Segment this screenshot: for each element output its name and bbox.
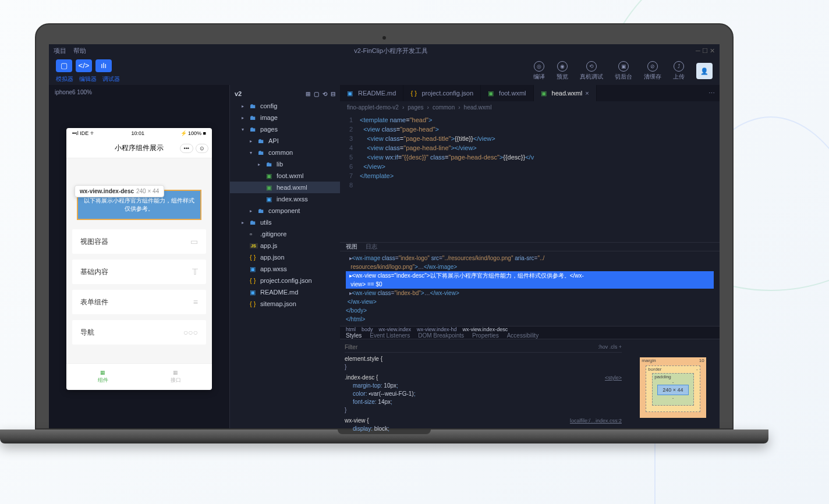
dt-tab-view[interactable]: 视图: [346, 243, 357, 251]
simulator-panel: iphone6 100% ••ıl IDE ᯤ 10:01 ⚡ 100% ■ 小…: [49, 85, 229, 428]
devtools-panel: 视图 日志 ▸<wx-image class="index-logo" src=…: [340, 242, 720, 428]
status-signal: ••ıl IDE ᯤ: [72, 130, 95, 136]
avatar[interactable]: 👤: [696, 63, 713, 79]
dom-tree[interactable]: ▸<wx-image class="index-logo" src="../re…: [340, 251, 720, 326]
action-预览[interactable]: ◉预览: [557, 61, 568, 81]
editor-area: ▣README.md{ }project.config.json▣foot.wx…: [340, 85, 720, 428]
tree-node[interactable]: ▸🖿utils: [230, 216, 340, 228]
devtools-panel-tab[interactable]: Accessibility: [507, 332, 539, 339]
devtools-panel-tab[interactable]: DOM Breakpoints: [418, 332, 464, 339]
menu-project[interactable]: 项目: [54, 47, 66, 55]
tabbar-item[interactable]: ▦组件: [66, 364, 139, 390]
dom-crumb[interactable]: wx-view.index: [379, 326, 412, 332]
tree-node[interactable]: ▸🖿API: [230, 135, 340, 147]
tab-more-icon[interactable]: ⋯: [704, 85, 720, 101]
dt-tab-log[interactable]: 日志: [366, 243, 377, 251]
tree-root[interactable]: v2 ⊞ ▢ ⟲ ⊟: [230, 87, 340, 100]
ide-window: 项目 帮助 v2-FinClip小程序开发工具 ─ ☐ ✕ ▢ </> ılı …: [49, 44, 720, 428]
new-folder-icon[interactable]: ▢: [314, 91, 319, 97]
tree-node[interactable]: ▸🖿config: [230, 100, 340, 112]
list-item[interactable]: 导航○○○: [72, 320, 206, 345]
laptop-frame: 项目 帮助 v2-FinClip小程序开发工具 ─ ☐ ✕ ▢ </> ılı …: [35, 23, 734, 443]
menubar: 项目 帮助 v2-FinClip小程序开发工具 ─ ☐ ✕: [49, 44, 720, 57]
breadcrumb-item[interactable]: fino-applet-demo-v2: [347, 104, 399, 111]
breadcrumb-item[interactable]: pages: [408, 104, 423, 111]
action-上传[interactable]: ⤴上传: [673, 61, 685, 81]
tree-node[interactable]: ▾🖿common: [230, 147, 340, 158]
tree-node[interactable]: ▣index.wxss: [230, 193, 340, 205]
devtools-panel-tab[interactable]: Properties: [472, 332, 499, 339]
tabbar-item[interactable]: ▦接口: [139, 364, 212, 390]
tree-node[interactable]: { }project.config.json: [230, 275, 340, 286]
breadcrumb-item[interactable]: common: [433, 104, 455, 111]
tree-node[interactable]: ▸🖿image: [230, 112, 340, 123]
label-editor: 编辑器: [79, 75, 97, 83]
tree-node[interactable]: JSapp.js: [230, 240, 340, 251]
tree-node[interactable]: { }sitemap.json: [230, 298, 340, 310]
devtools-panel-tab[interactable]: Styles: [346, 332, 362, 339]
editor-tab[interactable]: { }project.config.json: [403, 85, 481, 101]
filter-controls[interactable]: :hov .cls +: [598, 343, 622, 351]
dom-crumb[interactable]: html: [346, 326, 356, 332]
label-debugger: 调试器: [102, 75, 120, 83]
capsule-menu[interactable]: •••: [180, 144, 193, 153]
list-item[interactable]: 基础内容𝕋: [72, 260, 206, 284]
file-explorer: v2 ⊞ ▢ ⟲ ⊟ ▸🖿config▸🖿image▾🖿pages▸🖿API▾🖿…: [229, 85, 340, 428]
collapse-icon[interactable]: ⊟: [331, 91, 335, 97]
dom-crumb[interactable]: wx-view.index-hd: [417, 326, 457, 332]
camera-dot: [382, 36, 386, 40]
simulator-device-info: iphone6 100%: [49, 85, 229, 99]
action-真机调试[interactable]: ⟲真机调试: [580, 61, 603, 81]
tree-node[interactable]: ▫.gitignore: [230, 228, 340, 240]
btn-debugger[interactable]: ılı: [95, 59, 112, 72]
window-controls[interactable]: ─ ☐ ✕: [696, 47, 715, 55]
tree-node[interactable]: ▾🖿pages: [230, 123, 340, 135]
tree-node[interactable]: ▣head.wxml: [230, 182, 340, 193]
menu-help[interactable]: 帮助: [73, 47, 86, 55]
action-编译[interactable]: ◎编译: [533, 61, 545, 81]
tree-node[interactable]: ▸🖿component: [230, 205, 340, 216]
btn-simulator[interactable]: ▢: [56, 59, 72, 72]
tree-node[interactable]: ▣foot.wxml: [230, 170, 340, 182]
styles-pane[interactable]: :hov .cls + element.style {} <style> .in…: [340, 339, 626, 435]
phone-preview: ••ıl IDE ᯤ 10:01 ⚡ 100% ■ 小程序组件展示 ••• ⊙: [66, 128, 212, 390]
editor-tab[interactable]: ▣head.wxml×: [534, 85, 597, 101]
list-item[interactable]: 表单组件≡: [72, 290, 206, 314]
action-清缓存[interactable]: ⊘清缓存: [644, 61, 661, 81]
label-simulator: 模拟器: [56, 75, 73, 83]
devtools-panel-tab[interactable]: Event Listeners: [370, 332, 410, 339]
window-title: v2-FinClip小程序开发工具: [93, 47, 689, 55]
editor-tab[interactable]: ▣README.md: [340, 85, 403, 101]
breadcrumb-item[interactable]: head.wxml: [464, 104, 492, 111]
list-item[interactable]: 视图容器▭: [72, 229, 206, 254]
close-icon[interactable]: ×: [585, 90, 589, 97]
box-model: margin 10 border - padding - 240 × 4: [626, 339, 720, 435]
code-editor[interactable]: 1<template name="head">2 <view class="pa…: [340, 113, 720, 242]
status-battery: ⚡ 100% ■: [180, 130, 206, 136]
status-time: 10:01: [131, 130, 144, 136]
action-切后台[interactable]: ▣切后台: [615, 61, 632, 81]
toolbar: ▢ </> ılı 模拟器 编辑器 调试器 ◎编译◉预览⟲真机调试▣切后台⊘清缓…: [49, 57, 720, 85]
inspector-tooltip: wx-view.index-desc240 × 44: [75, 185, 164, 197]
editor-tab[interactable]: ▣foot.wxml: [481, 85, 533, 101]
styles-filter-input[interactable]: [345, 343, 598, 351]
dom-crumb[interactable]: wx-view.index-desc: [463, 326, 508, 332]
tree-node[interactable]: { }app.json: [230, 251, 340, 263]
new-file-icon[interactable]: ⊞: [306, 91, 310, 97]
refresh-icon[interactable]: ⟲: [323, 91, 327, 97]
dom-crumb[interactable]: body: [362, 326, 373, 332]
tree-node[interactable]: ▣app.wxss: [230, 263, 340, 275]
capsule-close[interactable]: ⊙: [196, 144, 208, 153]
btn-editor[interactable]: </>: [76, 59, 92, 72]
tree-node[interactable]: ▣README.md: [230, 286, 340, 298]
phone-nav-title: 小程序组件展示: [115, 143, 164, 153]
tree-node[interactable]: ▸🖿lib: [230, 158, 340, 170]
